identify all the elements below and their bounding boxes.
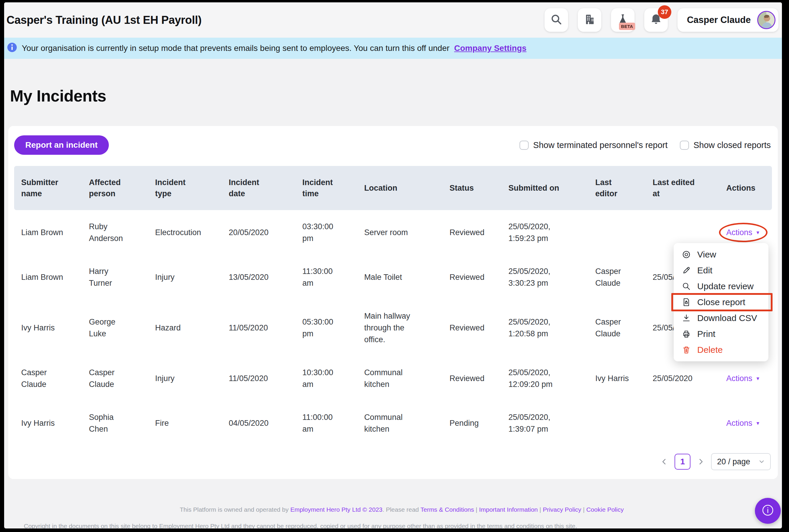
notification-count-badge: 37: [658, 5, 671, 19]
chevron-down-icon: [758, 458, 765, 465]
page-number-button[interactable]: 1: [675, 454, 690, 470]
cell-status: Reviewed: [442, 255, 501, 300]
cell-type: Hazard: [148, 300, 222, 356]
window-edge-bottom: [0, 529, 789, 532]
menu-item-print[interactable]: Print: [674, 326, 768, 342]
top-bar: Casper's Training (AU 1st EH Payroll): [4, 2, 782, 38]
trash-icon: [681, 345, 691, 355]
footer-link[interactable]: Cookie Policy: [586, 506, 624, 513]
cell-type: Electrocution: [148, 210, 222, 255]
menu-item-delete[interactable]: Delete: [674, 342, 768, 358]
cell-affected: SophiaChen: [82, 401, 148, 445]
cell-last_editor: Ivy Harris: [588, 356, 646, 401]
menu-item-label: Update review: [697, 281, 754, 291]
user-menu-button[interactable]: Casper Claude: [677, 8, 778, 32]
cell-submitter: Ivy Harris: [14, 401, 82, 445]
column-header-status: Status: [442, 166, 501, 210]
page-size-value: 20 / page: [717, 457, 750, 467]
column-header-time: Incidenttime: [295, 166, 357, 210]
beta-badge: BETA: [619, 23, 635, 30]
cell-time: 10:30:00am: [295, 356, 357, 401]
cell-status: Pending: [442, 401, 501, 445]
cell-time: 11:30:00am: [295, 255, 357, 300]
menu-item-close-report[interactable]: Close report: [674, 294, 768, 310]
page-size-select[interactable]: 20 / page: [711, 453, 771, 470]
previous-page-button[interactable]: [660, 457, 669, 466]
chevron-down-icon: ▼: [755, 418, 760, 429]
column-header-submitter: Submittername: [14, 166, 82, 210]
notifications-button[interactable]: 37: [644, 8, 668, 32]
cell-last_editor: CasperClaude: [588, 300, 646, 356]
menu-item-edit[interactable]: Edit: [674, 263, 768, 278]
cell-submitter: CasperClaude: [14, 356, 82, 401]
help-fab-button[interactable]: [755, 498, 781, 524]
footer-line-2: Copyright in the documents on this site …: [24, 522, 577, 529]
footer-line-1: This Platform is owned and operated by E…: [180, 506, 624, 513]
row-actions-button[interactable]: Actions▼: [726, 227, 760, 238]
table-row: Ivy HarrisGeorgeLukeHazard11/05/202005:3…: [14, 300, 772, 356]
menu-item-view[interactable]: View: [674, 247, 768, 263]
main-content: My Incidents Report an incident Show ter…: [4, 87, 782, 479]
footer-link[interactable]: Privacy Policy: [543, 506, 581, 513]
table-header-row: SubmitternameAffectedpersonIncidenttypeI…: [14, 166, 772, 210]
cell-affected: HarryTurner: [82, 255, 148, 300]
cell-submitted: 25/05/2020,3:30:23 pm: [501, 255, 588, 300]
cell-submitted: 25/05/2020,1:59:23 pm: [501, 210, 588, 255]
pagination: 1 20 / page: [14, 453, 772, 470]
download-icon: [681, 313, 691, 323]
cell-time: 03:30:00pm: [295, 210, 357, 255]
actions-dropdown-menu: ViewEditUpdate reviewClose reportDownloa…: [674, 243, 768, 361]
cell-location: Communalkitchen: [357, 401, 442, 445]
row-actions-button[interactable]: Actions▼: [726, 417, 760, 429]
footer-link[interactable]: Terms & Conditions: [420, 506, 474, 513]
cell-submitted: 25/05/2020,12:09:20 pm: [501, 356, 588, 401]
search-button[interactable]: [544, 8, 568, 32]
cell-last_editor: [588, 210, 646, 255]
show-closed-label: Show closed reports: [693, 140, 771, 150]
cell-status: Reviewed: [442, 300, 501, 356]
printer-icon: [681, 329, 691, 339]
cell-location: Male Toilet: [357, 255, 442, 300]
cell-submitter: Liam Brown: [14, 255, 82, 300]
info-icon: [7, 42, 17, 54]
menu-item-label: Close report: [697, 297, 745, 307]
incidents-table: SubmitternameAffectedpersonIncidenttypeI…: [14, 166, 772, 445]
cell-type: Injury: [148, 255, 222, 300]
next-page-button[interactable]: [696, 457, 705, 466]
column-header-actions: Actions: [719, 166, 772, 210]
column-header-last_edited: Last editedat: [646, 166, 719, 210]
footer-link[interactable]: Important Information: [479, 506, 538, 513]
company-settings-link[interactable]: Company Settings: [454, 43, 526, 53]
row-actions-button[interactable]: Actions▼: [726, 373, 760, 384]
cell-date: 11/05/2020: [222, 300, 295, 356]
cell-location: Main hallwaythrough theoffice.: [357, 300, 442, 356]
column-header-location: Location: [357, 166, 442, 210]
building-icon: [583, 13, 596, 27]
footer-text: |: [581, 506, 586, 513]
show-closed-checkbox[interactable]: [680, 141, 689, 150]
table-row: Ivy HarrisSophiaChenFire04/05/202011:00:…: [14, 401, 772, 445]
cell-date: 11/05/2020: [222, 356, 295, 401]
document-lock-icon: [681, 297, 691, 307]
organisation-button[interactable]: [578, 8, 601, 32]
cell-time: 11:00:00am: [295, 401, 357, 445]
window-edge-right: [782, 0, 789, 532]
banner-text: Your organisation is currently in setup …: [22, 43, 449, 53]
column-header-submitted: Submitted on: [501, 166, 588, 210]
cell-location: Communalkitchen: [357, 356, 442, 401]
menu-item-update-review[interactable]: Update review: [674, 278, 768, 294]
cell-affected: RubyAnderson: [82, 210, 148, 255]
menu-item-label: View: [697, 249, 716, 260]
beta-features-button[interactable]: BETA: [611, 8, 635, 32]
menu-item-download-csv[interactable]: Download CSV: [674, 310, 768, 326]
footer-link[interactable]: Employment Hero Pty Ltd © 2023: [290, 506, 382, 513]
table-toolbar: Report an incident Show terminated perso…: [14, 135, 772, 155]
app-window: Casper's Training (AU 1st EH Payroll): [0, 0, 789, 532]
report-incident-button[interactable]: Report an incident: [14, 135, 109, 155]
cell-submitter: Ivy Harris: [14, 300, 82, 356]
show-terminated-checkbox[interactable]: [520, 141, 528, 150]
footer-text: |: [474, 506, 479, 513]
menu-item-label: Delete: [697, 345, 723, 355]
chevron-down-icon: ▼: [755, 373, 760, 385]
cell-status: Reviewed: [442, 210, 501, 255]
